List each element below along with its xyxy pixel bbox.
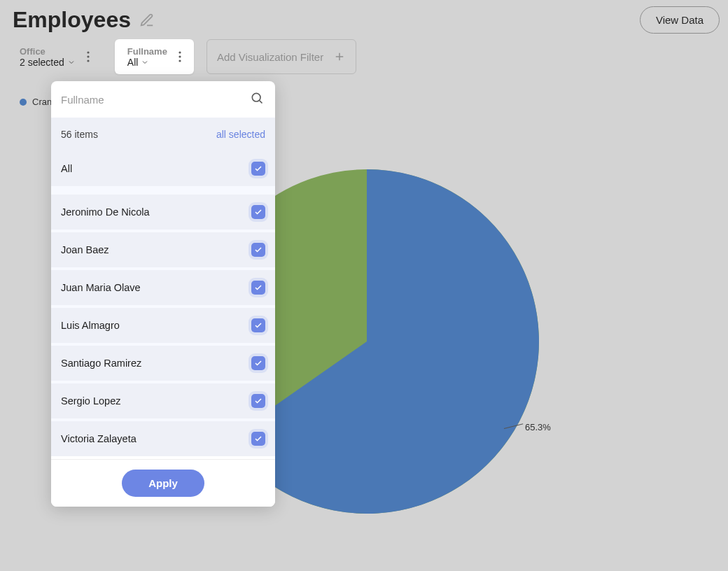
plus-icon: [333, 50, 346, 63]
apply-button[interactable]: Apply: [122, 470, 204, 497]
filter-fullname[interactable]: Fullname All: [115, 39, 194, 74]
dropdown-title: Fullname: [61, 94, 104, 106]
dropdown-row-label: Jeronimo De Nicola: [61, 206, 251, 218]
dropdown-row[interactable]: Santiago Ramirez: [51, 346, 275, 381]
dropdown-row[interactable]: Sergio Lopez: [51, 383, 275, 418]
svg-point-3: [178, 51, 181, 53]
dropdown-row[interactable]: Juan Maria Olave: [51, 270, 275, 305]
dropdown-row-label: Luis Almagro: [61, 320, 251, 331]
search-icon[interactable]: [250, 91, 264, 108]
pie-slice-label: 65.3%: [525, 422, 551, 432]
dropdown-row-label: Santiago Ramirez: [61, 358, 251, 369]
svg-line-10: [260, 101, 262, 104]
view-data-button[interactable]: View Data: [640, 6, 720, 34]
checkbox-checked-icon[interactable]: [251, 356, 265, 370]
filter-office-label: Office: [20, 46, 76, 57]
dropdown-row-label: Joan Baez: [61, 244, 251, 255]
dropdown-row[interactable]: Luis Almagro: [51, 308, 275, 343]
filter-fullname-value: All: [127, 57, 139, 68]
filter-office-menu-icon[interactable]: [80, 48, 97, 65]
add-filter-label: Add Visualization Filter: [217, 51, 323, 63]
checkbox-checked-icon[interactable]: [251, 394, 265, 408]
checkbox-checked-icon[interactable]: [251, 162, 265, 176]
filter-office-value: 2 selected: [20, 57, 64, 68]
svg-point-0: [87, 51, 89, 53]
checkbox-checked-icon[interactable]: [251, 318, 265, 332]
dropdown-row[interactable]: Victoria Zalayeta: [51, 421, 275, 456]
checkbox-checked-icon[interactable]: [251, 205, 265, 219]
edit-icon[interactable]: [139, 13, 155, 28]
add-visualization-filter-button[interactable]: Add Visualization Filter: [206, 39, 356, 74]
svg-point-9: [252, 93, 260, 101]
filter-fullname-menu-icon[interactable]: [172, 48, 188, 65]
fullname-filter-dropdown: Fullname 56 items all selected All Jeron…: [51, 81, 275, 507]
svg-point-2: [87, 59, 89, 62]
chevron-down-icon: [141, 58, 149, 66]
legend-swatch-icon: [20, 99, 27, 106]
svg-point-5: [178, 59, 181, 62]
chevron-down-icon: [67, 58, 76, 66]
dropdown-row-label: Sergio Lopez: [61, 395, 251, 407]
page-title: Employees: [13, 7, 131, 33]
dropdown-item-count: 56 items: [61, 129, 98, 140]
svg-point-1: [87, 55, 89, 57]
svg-point-4: [178, 55, 181, 57]
dropdown-row-label: All: [61, 163, 251, 174]
dropdown-row-label: Juan Maria Olave: [61, 282, 251, 293]
dropdown-row[interactable]: Joan Baez: [51, 232, 275, 267]
filter-office[interactable]: Office 2 selected: [13, 39, 102, 74]
dropdown-row-all[interactable]: All: [51, 151, 275, 186]
checkbox-checked-icon[interactable]: [251, 432, 265, 446]
dropdown-row-label: Victoria Zalayeta: [61, 433, 251, 444]
filter-fullname-label: Fullname: [127, 46, 167, 57]
all-selected-link[interactable]: all selected: [216, 129, 265, 140]
dropdown-row[interactable]: Jeronimo De Nicola: [51, 195, 275, 230]
checkbox-checked-icon[interactable]: [251, 243, 265, 257]
checkbox-checked-icon[interactable]: [251, 281, 265, 295]
